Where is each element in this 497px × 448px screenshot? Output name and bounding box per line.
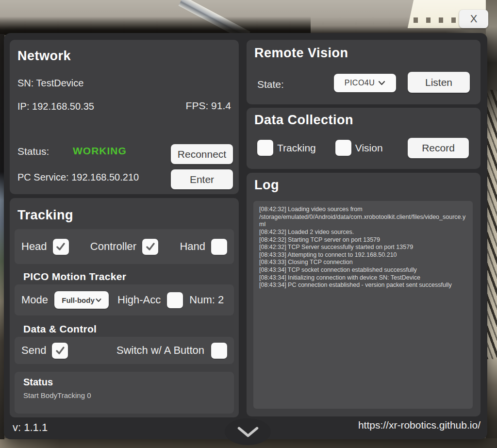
status-value: WORKING (73, 145, 127, 157)
hand-tracking-group: Hand (180, 239, 227, 255)
data-collection-row: Tracking Vision (257, 140, 383, 156)
head-tracking-group: Head (21, 239, 69, 255)
network-title: Network (17, 49, 71, 64)
pc-service-text: PC Service: 192.168.50.210 (17, 172, 139, 183)
high-acc-checkbox[interactable] (167, 292, 183, 308)
collect-tracking-label: Tracking (277, 142, 316, 154)
collect-vision-group: Vision (335, 140, 383, 156)
log-line: [08:43:34] Initializing connection with … (259, 274, 467, 282)
record-button[interactable]: Record (408, 138, 469, 158)
controller-label: Controller (90, 240, 136, 253)
collect-tracking-checkbox[interactable] (257, 140, 273, 156)
controller-checkbox[interactable] (142, 239, 158, 255)
tracking-status-box: Status Start BodyTracking 0 (15, 372, 234, 414)
send-label: Send (21, 344, 46, 357)
switch-a-button-checkbox[interactable] (211, 343, 227, 359)
chevron-down-icon (96, 298, 101, 302)
data-control-row: Send Switch w/ A Button (15, 337, 234, 364)
hand-checkbox[interactable] (211, 239, 227, 255)
state-dropdown[interactable]: PICO4U (334, 74, 396, 92)
status-label: Status: (17, 146, 49, 157)
passthrough-shadow (0, 17, 311, 35)
tracking-status-title: Status (23, 377, 53, 388)
tracking-status-text: Start BodyTracking 0 (23, 391, 91, 399)
chevron-down-icon (378, 81, 385, 85)
fps-text: FPS: 91.4 (186, 100, 231, 112)
tracking-card: Tracking Head Controller Hand (10, 198, 239, 417)
log-line: [08:43:34] TCP socket connection establi… (259, 266, 467, 274)
data-collection-card: Data Collection Tracking Vision Record (247, 108, 480, 169)
pico-motion-tracker-title: PICO Motion Tracker (23, 271, 126, 282)
log-card: Log [08:42:32] Loading video sources fro… (247, 173, 480, 416)
network-card: Network SN: TestDevice IP: 192.168.50.35… (10, 40, 239, 194)
switch-a-button-label: Switch w/ A Button (116, 344, 204, 357)
mode-dropdown[interactable]: Full-body (54, 291, 109, 309)
chevron-down-icon (232, 424, 264, 440)
data-collection-title: Data Collection (254, 113, 353, 128)
high-acc-label: High-Acc (117, 294, 161, 306)
log-line: [08:43:34] PC connection established - v… (259, 282, 467, 289)
collect-vision-label: Vision (355, 142, 383, 154)
mode-label: Mode (21, 294, 48, 306)
close-button[interactable]: X (459, 10, 488, 28)
project-url-text: https://xr-robotics.github.io/ (358, 419, 480, 431)
collect-vision-checkbox[interactable] (335, 140, 351, 156)
passthrough-plant (486, 90, 497, 359)
log-title: Log (254, 178, 279, 193)
head-checkbox[interactable] (53, 239, 69, 255)
state-label: State: (257, 79, 284, 90)
log-line: [08:42:32] Loaded 2 video sources. (259, 229, 467, 236)
send-checkbox[interactable] (52, 343, 68, 359)
num-label: Num: 2 (189, 294, 224, 306)
log-line: [08:42:32] Loading video sources from /s… (259, 206, 467, 229)
data-control-title: Data & Control (23, 323, 97, 335)
listen-button[interactable]: Listen (408, 72, 470, 93)
collapse-panel-button[interactable] (225, 418, 271, 445)
log-line: [08:42:32] Starting TCP server on port 1… (259, 236, 467, 244)
motion-tracker-row: Mode Full-body High-Acc Num: 2 (15, 284, 234, 315)
log-line: [08:42:32] TCP Server successfully start… (259, 244, 467, 251)
state-dropdown-value: PICO4U (345, 79, 375, 87)
main-panel: Network SN: TestDevice IP: 192.168.50.35… (4, 33, 487, 439)
log-line: [08:43:33] Attempting to connect to 192.… (259, 251, 467, 259)
send-group: Send (21, 343, 68, 359)
screen: X Network SN: TestDevice IP: 192.168.50.… (0, 0, 497, 448)
reconnect-button[interactable]: Reconnect (171, 144, 233, 164)
check-icon (55, 345, 66, 356)
switch-group: Switch w/ A Button (116, 343, 227, 359)
head-label: Head (21, 240, 47, 253)
controller-tracking-group: Controller (90, 239, 158, 255)
serial-number-text: SN: TestDevice (17, 78, 83, 89)
check-icon (55, 241, 66, 252)
log-output[interactable]: [08:42:32] Loading video sources from /s… (253, 201, 473, 409)
ip-address-text: IP: 192.168.50.35 (17, 101, 94, 112)
log-line: [08:43:33] Closing TCP connection (259, 259, 467, 266)
tracking-sources-row: Head Controller Hand (15, 229, 234, 264)
remote-vision-title: Remote Vision (254, 46, 348, 61)
collect-tracking-group: Tracking (257, 140, 316, 156)
mode-dropdown-value: Full-body (62, 296, 95, 304)
check-icon (145, 241, 156, 252)
hand-label: Hand (180, 240, 205, 253)
remote-vision-card: Remote Vision State: PICO4U Listen (247, 40, 480, 104)
enter-button[interactable]: Enter (171, 169, 233, 189)
tracking-title: Tracking (17, 208, 73, 223)
version-text: v: 1.1.1 (13, 421, 48, 434)
